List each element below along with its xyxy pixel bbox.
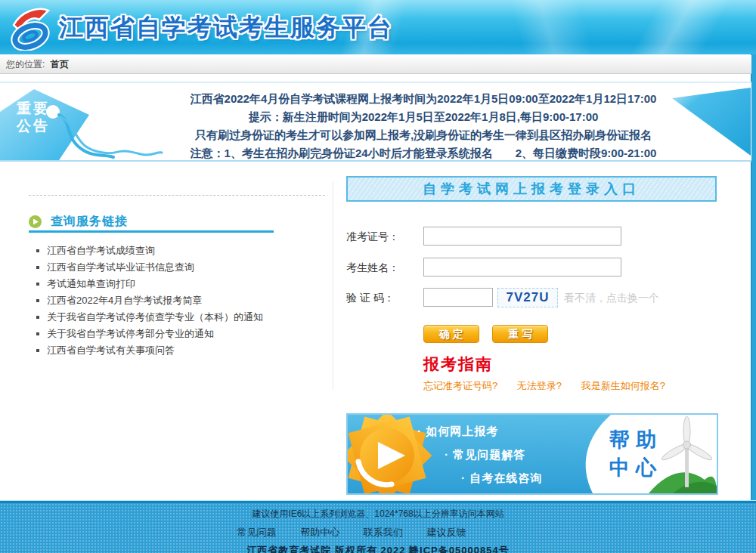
captcha-refresh-link[interactable]: 看不清，点击换一个	[564, 292, 659, 305]
guide-links: 忘记准考证号码? 无法登录? 我是新生如何报名?	[423, 379, 682, 393]
sidebar-link-exam-guide[interactable]: 江西省2022年4月自学考试报考简章	[36, 292, 263, 309]
notice-line: 江西省2022年4月份自学考试课程网上报考时间为2022年1月5日09:00至2…	[129, 90, 718, 108]
footer-link-feedback[interactable]: 建议反馈	[426, 527, 466, 538]
breadcrumb-home-link[interactable]: 首页	[51, 59, 69, 70]
square-bullet-icon	[36, 249, 39, 252]
login-buttons: 确 定 重 写	[423, 325, 558, 343]
help-item-how-to-register[interactable]: · 如何网上报考	[417, 425, 498, 439]
reset-button[interactable]: 重 写	[492, 325, 548, 343]
admission-number-label: 准考证号：	[346, 230, 399, 244]
sidebar-link-exam-notice-print[interactable]: 考试通知单查询打印	[36, 276, 263, 292]
candidate-name-label: 考生姓名：	[346, 261, 399, 275]
sidebar-title: 查询服务链接	[51, 214, 128, 230]
notice-line: 注意：1、考生在招办刷完身份证24小时后才能登录系统报名 2、每日缴费时段9:0…	[129, 144, 718, 162]
footer-links: 常见问题 帮助中心 联系我们 建议反馈	[0, 526, 730, 539]
site-header: 江西省自学考试考生服务平台	[0, 0, 756, 54]
candidate-name-input[interactable]	[423, 258, 621, 276]
jiangxi-exam-logo-icon	[6, 4, 54, 51]
vertical-divider	[333, 181, 333, 390]
notice-text: 江西省2022年4月份自学考试课程网上报考时间为2022年1月5日09:00至2…	[129, 90, 718, 162]
square-bullet-icon	[36, 349, 39, 352]
help-center-title: 帮助 中心	[609, 426, 662, 482]
captcha-input[interactable]	[423, 288, 493, 307]
admission-number-input[interactable]	[423, 227, 621, 246]
guide-title: 报考指南	[423, 354, 493, 375]
sidebar-link-score-query[interactable]: 江西省自学考试成绩查询	[36, 243, 263, 259]
page: 江西省自学考试考生服务平台 您的位置: 首页 重要 公告 江西省2022年4月份…	[0, 0, 756, 553]
site-footer: 建议使用IE6以上系列浏览器、1024*768以上分辨率访问本网站 常见问题 帮…	[0, 501, 756, 553]
footer-link-faq[interactable]: 常见问题	[237, 527, 277, 538]
captcha-row: 验 证 码： 7V27U 看不清，点击换一个	[346, 288, 717, 308]
important-notice-banner: 重要 公告 江西省2022年4月份自学考试课程网上报考时间为2022年1月5日0…	[0, 82, 751, 162]
square-bullet-icon	[36, 299, 39, 302]
sidebar-link-suspend-major-notice-2[interactable]: 关于我省自学考试停考部分专业的通知	[36, 326, 263, 342]
notice-line: 只有刷过身份证的考生才可以参加网上报考,没刷身份证的考生一律到县区招办刷身份证报…	[129, 126, 718, 144]
square-bullet-icon	[36, 332, 39, 335]
new-student-register-link[interactable]: 我是新生如何报名?	[581, 380, 665, 391]
breadcrumb: 您的位置: 首页	[0, 55, 751, 74]
sidebar-underline	[29, 230, 274, 233]
confirm-button[interactable]: 确 定	[423, 325, 479, 343]
sidebar-link-suspend-major-notice-1[interactable]: 关于我省自学考试停考侦查学专业（本科）的通知	[36, 309, 263, 326]
help-item-online-consult[interactable]: · 自考在线咨询	[461, 471, 542, 486]
footer-link-help-center[interactable]: 帮助中心	[300, 527, 339, 538]
page-title: 江西省自学考试考生服务平台	[59, 11, 393, 45]
sidebar-link-faq[interactable]: 江西省自学考试有关事项问答	[36, 342, 263, 359]
candidate-name-row: 考生姓名：	[346, 258, 717, 278]
login-panel-title: 自学考试网上报考登录入口	[346, 176, 717, 202]
captcha-image[interactable]: 7V27U	[497, 288, 558, 307]
help-center-banner[interactable]: · 如何网上报考 · 常见问题解答 · 自考在线咨询 帮助 中心	[346, 413, 718, 495]
cannot-login-link[interactable]: 无法登录?	[517, 380, 562, 391]
footer-link-contact-us[interactable]: 联系我们	[364, 527, 403, 538]
square-bullet-icon	[36, 283, 39, 286]
captcha-label: 验 证 码：	[346, 292, 395, 305]
notice-line: 提示：新生注册时间为2022年1月5日至2022年1月8日,每日9:00-17:…	[129, 108, 718, 126]
sidebar-link-diploma-query[interactable]: 江西省自学考试毕业证书信息查询	[36, 259, 263, 276]
square-bullet-icon	[36, 316, 39, 319]
copyright-text: 江西省教育考试院 版权所有 2022 赣ICP备05000854号	[0, 544, 756, 553]
admission-number-row: 准考证号：	[346, 227, 717, 247]
forgot-admission-number-link[interactable]: 忘记准考证号码?	[423, 380, 497, 391]
sidebar-link-list: 江西省自学考试成绩查询 江西省自学考试毕业证书信息查询 考试通知单查询打印 江西…	[36, 243, 263, 359]
square-bullet-icon	[36, 266, 39, 269]
browser-recommendation: 建议使用IE6以上系列浏览器、1024*768以上分辨率访问本网站	[0, 508, 756, 521]
notice-tag-label: 重要 公告	[17, 100, 50, 134]
breadcrumb-label: 您的位置:	[6, 59, 45, 70]
help-item-faq[interactable]: · 常见问题解答	[445, 448, 525, 462]
corner-ribbon-decoration	[672, 86, 751, 159]
sidebar-header: 查询服务链接	[29, 214, 128, 230]
dashed-divider	[29, 195, 325, 196]
play-circle-icon	[29, 215, 42, 228]
